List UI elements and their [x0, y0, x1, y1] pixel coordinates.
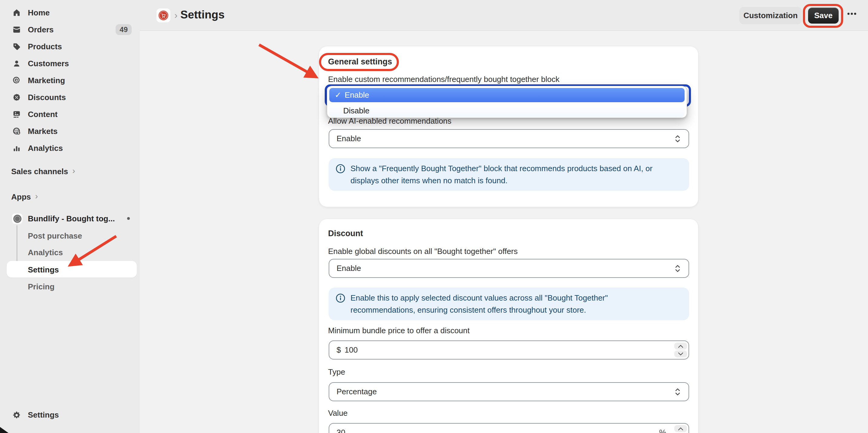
sidebar-item-home[interactable]: Home [0, 4, 140, 21]
bar-chart-icon [12, 144, 21, 153]
cursor-artifact [0, 427, 8, 433]
discount-card: Discount Enable global discounts on all … [319, 219, 699, 433]
spinner-down-button[interactable] [674, 351, 687, 357]
general-settings-card: General settings Enable custom recommend… [319, 46, 699, 207]
sidebar-item-label: Markets [28, 127, 58, 136]
apps-label: Apps [11, 192, 31, 202]
discount-badge-icon [12, 93, 21, 102]
sidebar-subitem-analytics[interactable]: Analytics [28, 247, 63, 258]
top-bar: › Settings Customization Save [140, 0, 868, 31]
person-icon [12, 59, 21, 68]
percent-suffix: % [659, 428, 666, 433]
select-stepper-icon [674, 387, 681, 397]
orders-count-badge: 49 [116, 24, 132, 35]
active-item-pill [7, 261, 137, 277]
sidebar-item-content[interactable]: Content [0, 106, 140, 123]
sidebar-item-label: Marketing [28, 76, 65, 85]
sidebar-item-label: Home [28, 8, 50, 18]
bundlify-app-name: Bundlify - Bought tog... [28, 214, 115, 224]
sidebar-item-label: Products [28, 42, 62, 52]
recommendation-block-label: Enable custom recommendations/frequently… [328, 75, 560, 84]
type-select[interactable]: Percentage [329, 382, 689, 401]
sidebar-item-customers[interactable]: Customers [0, 55, 140, 72]
sidebar-item-marketing[interactable]: Marketing [0, 72, 140, 89]
sidebar-app-bundlify[interactable]: Bundlify - Bought tog... [12, 213, 115, 224]
app-notification-dot [127, 217, 130, 220]
sidebar-subitem-post-purchase[interactable]: Post purchase [28, 231, 82, 241]
main-content: General settings Enable custom recommend… [140, 31, 868, 433]
more-actions-button[interactable] [847, 13, 856, 15]
sidebar-item-markets[interactable]: $ Markets [0, 123, 140, 140]
ai-recommendations-select[interactable]: Enable [329, 129, 689, 148]
sidebar-item-label: Customers [28, 59, 69, 68]
marketing-target-icon [12, 76, 21, 85]
svg-text:$: $ [18, 131, 19, 135]
ai-info-banner: Show a "Frequently Bought Together" bloc… [329, 158, 689, 191]
content-image-icon [12, 110, 21, 119]
dropdown-option-enable[interactable]: ✓ Enable [329, 88, 685, 102]
min-bundle-price-label: Minimum bundle price to offer a discount [328, 326, 470, 335]
bundlify-app-icon [12, 213, 22, 224]
sidebar-item-label: Analytics [28, 144, 63, 153]
sales-channels-label: Sales channels [11, 167, 68, 176]
general-settings-title: General settings [328, 57, 392, 67]
save-button[interactable]: Save [808, 7, 839, 24]
value-label: Value [328, 408, 348, 418]
sidebar-item-label: Orders [28, 25, 54, 34]
customization-button[interactable]: Customization [739, 7, 802, 24]
sidebar-item-analytics[interactable]: Analytics [0, 140, 140, 157]
dropdown-option-disable[interactable]: Disable [329, 104, 685, 117]
gear-icon [12, 411, 21, 420]
sidebar-item-label: Content [28, 110, 58, 119]
page-title: Settings [180, 8, 224, 21]
sidebar: Home Orders 49 Products Customers [0, 0, 140, 433]
sidebar-subitem-pricing[interactable]: Pricing [28, 281, 55, 292]
home-icon [12, 8, 21, 17]
spinner-up-button[interactable] [674, 425, 687, 432]
number-spinner [674, 342, 687, 357]
number-spinner [674, 425, 687, 433]
shopify-admin-settings-page: { "sidebar": { "items": [ { "label": "Ho… [0, 0, 868, 433]
chevron-right-icon: › [72, 166, 75, 176]
spinner-up-button[interactable] [674, 342, 687, 349]
value-input[interactable]: 30 % [329, 423, 689, 433]
min-bundle-price-input[interactable]: $ 100 [329, 340, 689, 360]
recommendation-dropdown-menu: ✓ Enable Disable [327, 86, 687, 118]
main-nav: Home Orders 49 Products Customers [0, 4, 140, 157]
sidebar-subitem-settings[interactable]: Settings [28, 265, 59, 275]
sidebar-footer-settings[interactable]: Settings [12, 410, 59, 420]
global-discounts-select[interactable]: Enable [329, 259, 689, 278]
chevron-right-icon: › [35, 191, 38, 201]
sidebar-item-products[interactable]: Products [0, 38, 140, 55]
discount-info-banner: Enable this to apply selected discount v… [329, 288, 689, 320]
breadcrumb-app-icon[interactable] [156, 8, 170, 22]
discount-title: Discount [328, 229, 363, 238]
type-label: Type [328, 367, 345, 377]
orders-icon [12, 25, 21, 34]
tag-icon [12, 42, 21, 51]
globe-dollar-icon: $ [12, 127, 21, 136]
sidebar-section-sales-channels[interactable]: Sales channels › [11, 167, 75, 176]
breadcrumb-chevron-icon: › [174, 10, 178, 21]
info-icon [335, 162, 346, 187]
sidebar-section-apps[interactable]: Apps › [11, 192, 38, 202]
currency-prefix: $ [337, 345, 341, 355]
select-stepper-icon [674, 264, 681, 273]
select-stepper-icon [674, 134, 681, 144]
global-discounts-label: Enable global discounts on all "Bought t… [328, 247, 518, 256]
check-icon: ✓ [335, 91, 341, 100]
footer-settings-label: Settings [28, 410, 59, 420]
sidebar-item-label: Discounts [28, 93, 66, 102]
sidebar-item-orders[interactable]: Orders 49 [0, 21, 140, 38]
sidebar-item-discounts[interactable]: Discounts [0, 89, 140, 106]
info-icon [335, 292, 346, 316]
